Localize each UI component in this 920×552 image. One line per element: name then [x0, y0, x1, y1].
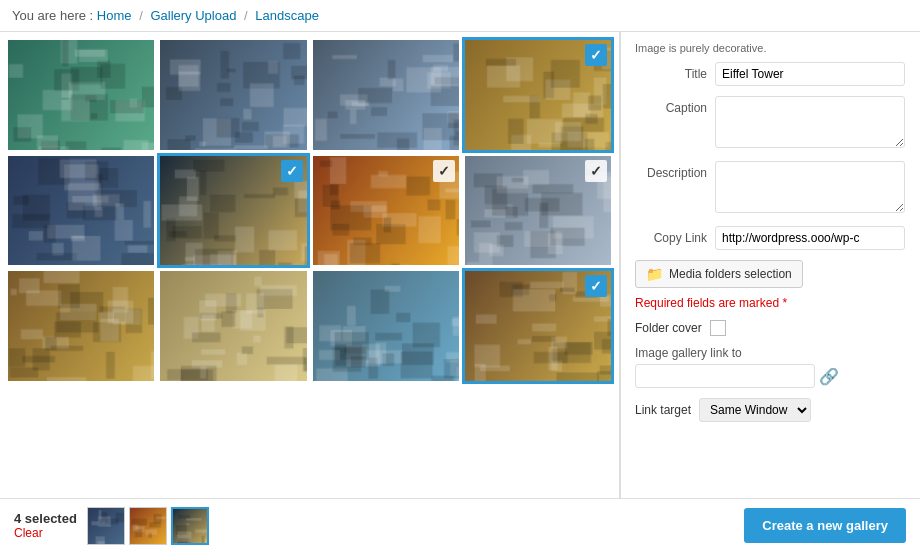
gallery-link-row: 🔗 [635, 364, 906, 388]
image-cell[interactable]: ✓ [465, 271, 611, 381]
caption-field-row: Caption [635, 96, 906, 151]
description-input-wrap [715, 161, 906, 216]
image-cell[interactable] [313, 40, 459, 150]
description-label: Description [635, 161, 715, 180]
folder-cover-label: Folder cover [635, 321, 702, 335]
title-field-row: Title [635, 62, 906, 86]
right-panel: Image is purely decorative. Title Captio… [620, 32, 920, 550]
breadcrumb-gallery-upload[interactable]: Gallery Upload [150, 8, 236, 23]
check-badge: ✓ [585, 275, 607, 297]
folder-icon: 📁 [646, 266, 663, 282]
create-gallery-button[interactable]: Create a new gallery [744, 508, 906, 543]
image-cell[interactable] [8, 156, 154, 266]
title-label: Title [635, 62, 715, 81]
image-cell[interactable]: ✓ [160, 156, 306, 266]
check-badge: ✓ [585, 44, 607, 66]
breadcrumb-you-are-here: You are here [12, 8, 86, 23]
copy-link-field-row: Copy Link [635, 226, 906, 250]
link-icon: 🔗 [819, 367, 839, 386]
selected-info: 4 selected Clear [14, 507, 209, 545]
link-target-select[interactable]: Same WindowNew WindowNone [699, 398, 811, 422]
required-note: Required fields are marked * [635, 296, 906, 310]
folder-cover-checkbox[interactable] [710, 320, 726, 336]
media-folders-label: Media folders selection [669, 267, 792, 281]
image-cell[interactable]: ✓ [465, 156, 611, 266]
check-badge: ✓ [585, 160, 607, 182]
copy-link-input-wrap [715, 226, 906, 250]
thumbs-row [87, 507, 209, 545]
image-grid: ✓✓✓✓✓ [8, 40, 611, 381]
folder-cover-row: Folder cover [635, 320, 906, 336]
clear-link[interactable]: Clear [14, 526, 77, 540]
image-cell[interactable] [8, 40, 154, 150]
media-folders-button[interactable]: 📁 Media folders selection [635, 260, 803, 288]
image-cell[interactable] [8, 271, 154, 381]
breadcrumb-current: Landscape [255, 8, 319, 23]
check-badge: ✓ [433, 160, 455, 182]
link-target-row: Link target Same WindowNew WindowNone [635, 398, 906, 422]
breadcrumb-home[interactable]: Home [97, 8, 132, 23]
breadcrumb: You are here : Home / Gallery Upload / L… [0, 0, 920, 32]
description-textarea[interactable] [715, 161, 905, 213]
selected-count: 4 selected [14, 511, 77, 526]
thumbnail[interactable] [129, 507, 167, 545]
gallery-link-label: Image gallery link to [635, 346, 906, 360]
copy-link-input[interactable] [715, 226, 905, 250]
caption-label: Caption [635, 96, 715, 115]
thumbnail[interactable] [87, 507, 125, 545]
description-field-row: Description [635, 161, 906, 216]
image-cell[interactable] [160, 40, 306, 150]
caption-textarea[interactable] [715, 96, 905, 148]
check-badge: ✓ [281, 160, 303, 182]
image-cell[interactable] [160, 271, 306, 381]
title-input-wrap [715, 62, 906, 86]
gallery-link-input[interactable] [635, 364, 815, 388]
image-cell[interactable] [313, 271, 459, 381]
thumbnail[interactable] [171, 507, 209, 545]
decorative-note: Image is purely decorative. [635, 42, 906, 54]
caption-input-wrap [715, 96, 906, 151]
title-input[interactable] [715, 62, 905, 86]
link-target-label: Link target [635, 403, 691, 417]
bottom-bar: 4 selected Clear Create a new gallery [0, 498, 920, 552]
image-grid-panel: ✓✓✓✓✓ [0, 32, 620, 550]
copy-link-label: Copy Link [635, 226, 715, 245]
image-cell[interactable]: ✓ [313, 156, 459, 266]
image-cell[interactable]: ✓ [465, 40, 611, 150]
